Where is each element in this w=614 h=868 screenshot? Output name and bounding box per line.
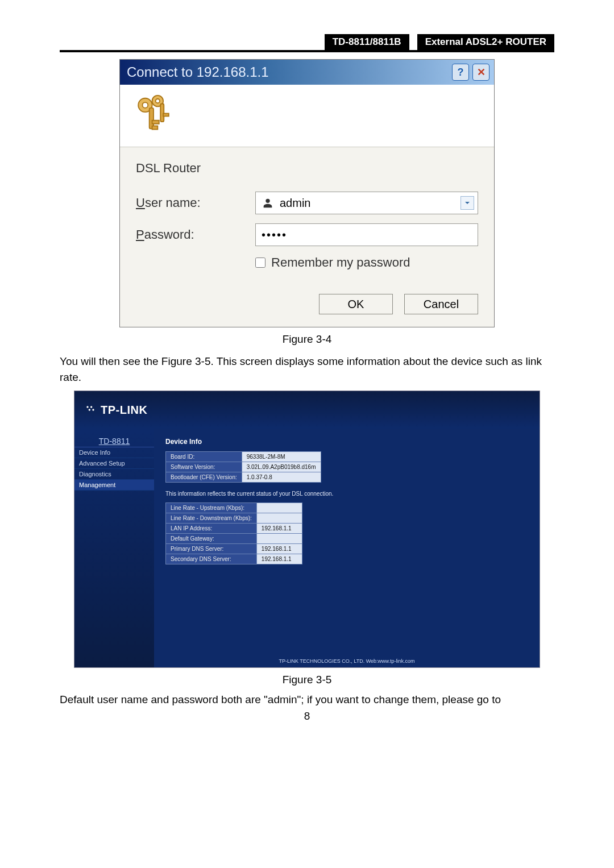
svg-point-9 bbox=[86, 406, 88, 408]
figure-3-4-caption: Figure 3-4 bbox=[60, 333, 554, 346]
username-label: User name: bbox=[136, 196, 255, 210]
nav-item-management[interactable]: Management bbox=[74, 480, 154, 491]
ok-button[interactable]: OK bbox=[319, 294, 393, 314]
help-icon[interactable]: ? bbox=[452, 64, 469, 81]
paragraph-1: You will then see the Figure 3-5. This s… bbox=[60, 354, 554, 385]
doc-header: TD-8811/8811B External ADSL2+ ROUTER bbox=[60, 34, 554, 52]
page-number: 8 bbox=[60, 710, 554, 722]
router-footer: TP-LINK TECHNOLOGIES CO., LTD. Web:www.t… bbox=[154, 656, 540, 667]
svg-point-11 bbox=[89, 409, 90, 410]
keys-icon bbox=[131, 93, 176, 139]
user-icon bbox=[262, 197, 274, 209]
status-note: This information reflects the current st… bbox=[165, 491, 528, 497]
router-model: TD-8811 bbox=[74, 429, 154, 447]
router-content: Device Info Board ID:96338L-2M-8MSoftwar… bbox=[154, 429, 540, 667]
nav-item-diagnostics[interactable]: Diagnostics bbox=[74, 469, 154, 480]
header-right: External ADSL2+ ROUTER bbox=[417, 34, 554, 50]
svg-point-1 bbox=[143, 102, 148, 108]
nav-item-device-info[interactable]: Device Info bbox=[74, 447, 154, 458]
dialog-title: Connect to 192.168.1.1 bbox=[127, 64, 269, 80]
svg-rect-4 bbox=[152, 126, 158, 129]
auth-dialog: Connect to 192.168.1.1 ? ✕ DSL Router Us… bbox=[119, 59, 495, 327]
svg-point-12 bbox=[92, 409, 94, 410]
svg-rect-3 bbox=[152, 120, 159, 123]
nav-item-advanced-setup[interactable]: Advanced Setup bbox=[74, 458, 154, 469]
svg-rect-7 bbox=[160, 103, 164, 122]
router-nav: TD-8811 Device InfoAdvanced SetupDiagnos… bbox=[74, 429, 154, 667]
svg-point-10 bbox=[90, 406, 92, 408]
remember-label: Remember my password bbox=[271, 255, 410, 270]
remember-checkbox[interactable] bbox=[255, 258, 265, 268]
close-icon[interactable]: ✕ bbox=[472, 64, 489, 81]
svg-rect-8 bbox=[163, 113, 169, 116]
username-combobox[interactable] bbox=[255, 192, 478, 214]
figure-3-5-caption: Figure 3-5 bbox=[60, 674, 554, 686]
router-banner: TP-LINK bbox=[74, 391, 540, 429]
device-info-table: Board ID:96338L-2M-8MSoftware Version:3.… bbox=[165, 451, 321, 483]
router-ui: TP-LINK TD-8811 Device InfoAdvanced Setu… bbox=[74, 391, 540, 668]
chevron-down-icon[interactable] bbox=[460, 196, 474, 210]
dialog-realm: DSL Router bbox=[136, 161, 478, 176]
username-input[interactable] bbox=[280, 197, 460, 210]
password-input[interactable] bbox=[262, 229, 472, 242]
header-left: TD-8811/8811B bbox=[325, 34, 409, 50]
status-table: Line Rate - Upstream (Kbps):Line Rate - … bbox=[165, 502, 302, 564]
dialog-titlebar: Connect to 192.168.1.1 ? ✕ bbox=[120, 60, 494, 85]
svg-point-6 bbox=[156, 98, 160, 102]
tplink-logo: TP-LINK bbox=[85, 404, 147, 417]
paragraph-2: Default user name and password both are … bbox=[60, 692, 554, 708]
content-title: Device Info bbox=[165, 438, 528, 446]
password-label: Password: bbox=[136, 227, 255, 242]
cancel-button[interactable]: Cancel bbox=[404, 294, 478, 314]
password-field-wrap[interactable] bbox=[255, 223, 478, 246]
